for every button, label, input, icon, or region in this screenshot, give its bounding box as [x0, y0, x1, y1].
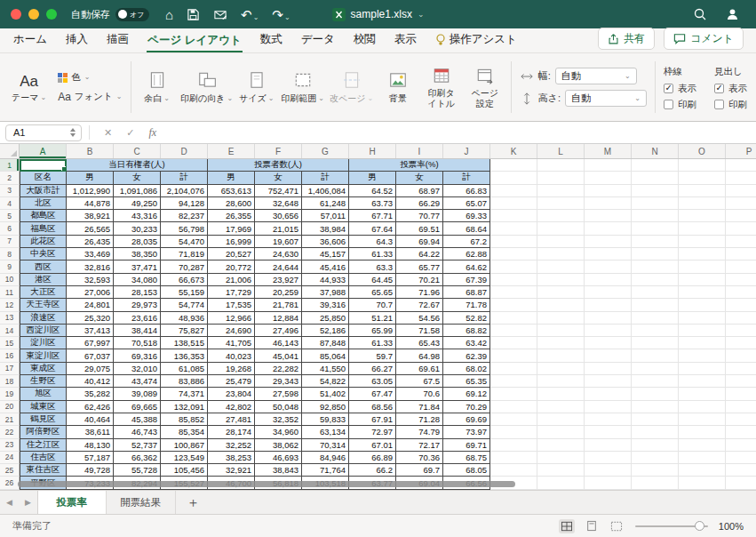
data-cell-B20[interactable]: 62,426 [67, 401, 114, 413]
cell-K24[interactable] [490, 452, 537, 464]
cell-K3[interactable] [490, 185, 537, 197]
data-cell-D9[interactable]: 70,287 [161, 260, 208, 273]
data-cell-E17[interactable]: 19,268 [208, 363, 255, 375]
data-cell-E15[interactable]: 41,705 [208, 337, 255, 349]
cell-L20[interactable] [537, 401, 585, 413]
data-cell-I13[interactable]: 54.56 [396, 312, 443, 325]
page-setup-button[interactable]: ページ設定 [467, 63, 503, 111]
data-cell-C4[interactable]: 49,250 [114, 197, 161, 210]
cell-K15[interactable] [490, 337, 537, 349]
formula-input[interactable] [163, 122, 751, 143]
data-cell-H19[interactable]: 67.47 [349, 388, 396, 400]
data-cell-C8[interactable]: 38,350 [114, 248, 161, 260]
cell-M1[interactable] [585, 159, 632, 172]
data-cell-F18[interactable]: 29,343 [255, 375, 302, 388]
cell-P12[interactable] [726, 299, 756, 311]
data-cell-J25[interactable]: 68.05 [443, 464, 490, 477]
cell-L22[interactable] [537, 426, 585, 438]
cell-O7[interactable] [679, 236, 726, 248]
data-cell-G24[interactable]: 84,946 [302, 452, 349, 464]
table-sub-header-9[interactable]: 女 [396, 172, 443, 184]
data-cell-E21[interactable]: 27,481 [208, 413, 255, 426]
column-header-I[interactable]: I [396, 144, 443, 158]
cell-L9[interactable] [537, 260, 585, 273]
data-cell-H7[interactable]: 64.3 [349, 236, 396, 248]
comments-button[interactable]: コメント [664, 28, 744, 50]
cell-L11[interactable] [537, 286, 585, 299]
cell-L17[interactable] [537, 363, 585, 375]
data-cell-H6[interactable]: 67.64 [349, 222, 396, 235]
cell-P2[interactable] [726, 172, 756, 184]
row-header-10[interactable]: 10 [0, 274, 20, 286]
data-cell-E22[interactable]: 28,174 [208, 426, 255, 438]
data-cell-B11[interactable]: 27,006 [67, 286, 114, 299]
data-cell-H16[interactable]: 59.7 [349, 349, 396, 362]
cell-N3[interactable] [632, 185, 679, 197]
data-cell-G3[interactable]: 1,406,084 [302, 185, 349, 197]
share-button[interactable]: 共有 [598, 28, 655, 50]
data-cell-G6[interactable]: 38,984 [302, 222, 349, 235]
data-cell-C3[interactable]: 1,091,086 [114, 185, 161, 197]
column-header-D[interactable]: D [161, 144, 208, 158]
data-cell-D6[interactable]: 56,798 [161, 222, 208, 235]
cell-M6[interactable] [585, 222, 632, 235]
close-window-button[interactable] [11, 9, 21, 20]
fullscreen-window-button[interactable] [46, 9, 57, 20]
row-header-16[interactable]: 16 [0, 349, 20, 362]
data-cell-B8[interactable]: 33,469 [67, 248, 114, 260]
data-cell-D25[interactable]: 105,456 [161, 464, 208, 477]
data-cell-G10[interactable]: 44,933 [302, 274, 349, 286]
cell-L2[interactable] [537, 172, 585, 184]
data-cell-F23[interactable]: 38,062 [255, 439, 302, 452]
cell-N23[interactable] [632, 439, 679, 452]
cell-P19[interactable] [726, 388, 756, 400]
cell-N18[interactable] [632, 375, 679, 388]
ward-name-cell-大正区[interactable]: 大正区 [20, 286, 67, 299]
data-cell-B18[interactable]: 40,412 [67, 375, 114, 388]
data-cell-J4[interactable]: 65.07 [443, 197, 490, 210]
data-cell-E13[interactable]: 12,966 [208, 312, 255, 325]
cell-K25[interactable] [490, 464, 537, 477]
cell-M2[interactable] [585, 172, 632, 184]
data-cell-E12[interactable]: 17,535 [208, 299, 255, 311]
data-cell-H8[interactable]: 61.33 [349, 248, 396, 260]
data-cell-H10[interactable]: 64.45 [349, 274, 396, 286]
data-cell-I16[interactable]: 64.98 [396, 349, 443, 362]
row-header-15[interactable]: 15 [0, 337, 20, 349]
ward-name-cell-天王寺区[interactable]: 天王寺区 [20, 299, 67, 311]
cell-L24[interactable] [537, 452, 585, 464]
data-cell-D3[interactable]: 2,104,076 [161, 185, 208, 197]
table-group-header-1[interactable]: 当日有権者(人) [67, 159, 208, 172]
row-header-23[interactable]: 23 [0, 439, 20, 452]
sheet-tab-count-results[interactable]: 開票結果 [107, 491, 176, 514]
data-cell-G12[interactable]: 39,316 [302, 299, 349, 311]
data-cell-D24[interactable]: 123,549 [161, 452, 208, 464]
data-cell-D13[interactable]: 48,936 [161, 312, 208, 325]
data-cell-F7[interactable]: 19,607 [255, 236, 302, 248]
cell-P6[interactable] [726, 222, 756, 235]
data-cell-E18[interactable]: 25,479 [208, 375, 255, 388]
name-box[interactable]: A1 [5, 124, 82, 141]
row-header-20[interactable]: 20 [0, 401, 20, 413]
data-cell-D16[interactable]: 136,353 [161, 349, 208, 362]
save-icon[interactable] [187, 8, 200, 21]
data-cell-J20[interactable]: 70.29 [443, 401, 490, 413]
cell-K8[interactable] [490, 248, 537, 260]
background-button[interactable]: 背景 [380, 68, 416, 108]
data-cell-E11[interactable]: 17,729 [208, 286, 255, 299]
cell-P22[interactable] [726, 426, 756, 438]
data-cell-C19[interactable]: 39,089 [114, 388, 161, 400]
data-cell-H3[interactable]: 64.52 [349, 185, 396, 197]
cell-N24[interactable] [632, 452, 679, 464]
data-cell-H25[interactable]: 66.2 [349, 464, 396, 477]
row-header-8[interactable]: 8 [0, 248, 20, 260]
ward-name-cell-大阪市計[interactable]: 大阪市計 [20, 185, 67, 197]
cell-M13[interactable] [585, 312, 632, 325]
cell-N8[interactable] [632, 248, 679, 260]
data-cell-C14[interactable]: 38,414 [114, 325, 161, 337]
column-header-F[interactable]: F [255, 144, 302, 158]
gridlines-print-checkbox[interactable]: 印刷 [664, 99, 696, 111]
cell-N11[interactable] [632, 286, 679, 299]
ward-name-cell-西区[interactable]: 西区 [20, 260, 67, 273]
cell-O5[interactable] [679, 210, 726, 222]
